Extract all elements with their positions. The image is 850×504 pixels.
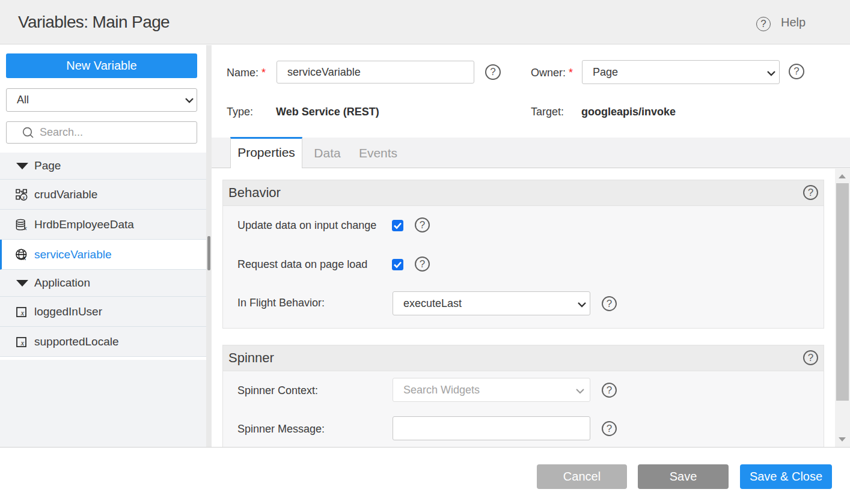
svg-text:x: x: [22, 254, 26, 260]
svg-text:x: x: [20, 309, 25, 317]
svg-text:x: x: [22, 194, 25, 200]
svg-text:x: x: [20, 339, 25, 347]
svg-text:x: x: [23, 225, 27, 231]
